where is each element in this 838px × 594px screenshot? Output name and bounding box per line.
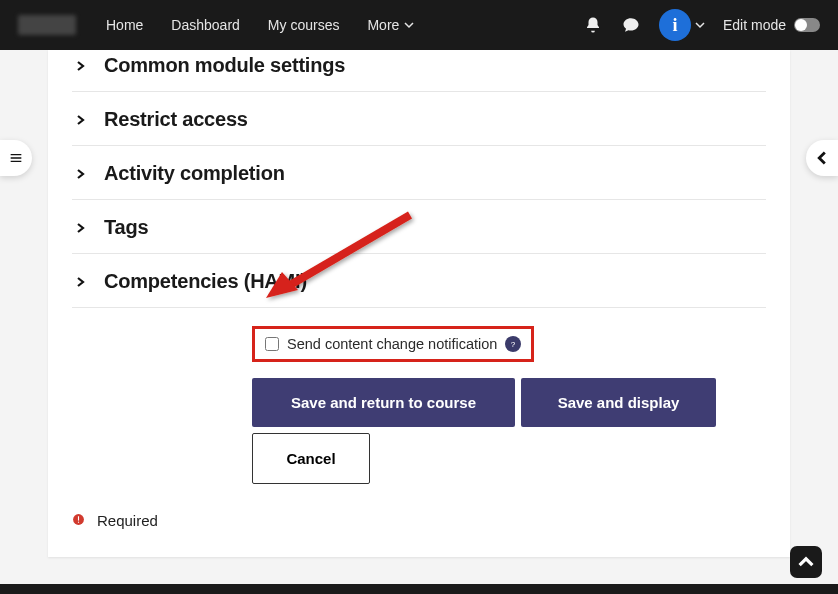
nav-more[interactable]: More <box>367 17 414 33</box>
section-activity-completion[interactable]: Activity completion <box>72 146 766 200</box>
chevron-left-icon <box>815 151 829 165</box>
notify-highlight-box: Send content change notification ? <box>252 326 534 362</box>
svg-text:?: ? <box>511 340 516 349</box>
chevron-right-icon <box>72 61 90 71</box>
action-buttons: Save and return to course Save and displ… <box>252 378 766 484</box>
nav-mycourses[interactable]: My courses <box>268 17 340 33</box>
site-logo[interactable] <box>18 15 76 35</box>
required-legend: Required <box>72 512 766 529</box>
chevron-right-icon <box>72 277 90 287</box>
section-common-module[interactable]: Common module settings <box>72 50 766 92</box>
chevron-down-icon <box>404 20 414 30</box>
notify-checkbox[interactable] <box>265 337 279 351</box>
required-label: Required <box>97 512 158 529</box>
notifications-icon[interactable] <box>583 15 603 35</box>
chevron-right-icon <box>72 169 90 179</box>
section-title: Activity completion <box>104 162 285 185</box>
chevron-right-icon <box>72 115 90 125</box>
nav-more-label: More <box>367 17 399 33</box>
list-icon <box>8 150 24 166</box>
help-icon[interactable]: ? <box>505 336 521 352</box>
drawer-toggle-right[interactable] <box>806 140 838 176</box>
cancel-button[interactable]: Cancel <box>252 433 370 484</box>
nav-home[interactable]: Home <box>106 17 143 33</box>
navbar: Home Dashboard My courses More i Edit mo… <box>0 0 838 50</box>
save-display-button[interactable]: Save and display <box>521 378 716 427</box>
save-return-button[interactable]: Save and return to course <box>252 378 515 427</box>
scroll-top-button[interactable] <box>790 546 822 578</box>
nav-dashboard[interactable]: Dashboard <box>171 17 240 33</box>
section-title: Common module settings <box>104 54 345 77</box>
section-title: Tags <box>104 216 148 239</box>
notify-label: Send content change notification <box>287 336 497 352</box>
section-competencies[interactable]: Competencies (HAMI) <box>72 254 766 308</box>
user-menu[interactable]: i <box>659 9 705 41</box>
chevron-down-icon <box>695 20 705 30</box>
avatar: i <box>659 9 691 41</box>
required-icon <box>72 513 85 529</box>
section-title: Restrict access <box>104 108 248 131</box>
section-restrict-access[interactable]: Restrict access <box>72 92 766 146</box>
chevron-right-icon <box>72 223 90 233</box>
footer-bar <box>0 584 838 594</box>
nav-right: i Edit mode <box>583 9 820 41</box>
svg-rect-3 <box>78 521 79 522</box>
svg-rect-2 <box>78 516 79 520</box>
edit-mode-toggle[interactable] <box>794 18 820 32</box>
nav-links: Home Dashboard My courses More <box>106 17 414 33</box>
chevron-up-icon <box>798 554 814 570</box>
messages-icon[interactable] <box>621 15 641 35</box>
drawer-toggle-left[interactable] <box>0 140 32 176</box>
section-tags[interactable]: Tags <box>72 200 766 254</box>
main-card: Common module settings Restrict access A… <box>48 50 790 557</box>
edit-mode-label: Edit mode <box>723 17 786 33</box>
edit-mode-control: Edit mode <box>723 17 820 33</box>
section-title: Competencies (HAMI) <box>104 270 307 293</box>
